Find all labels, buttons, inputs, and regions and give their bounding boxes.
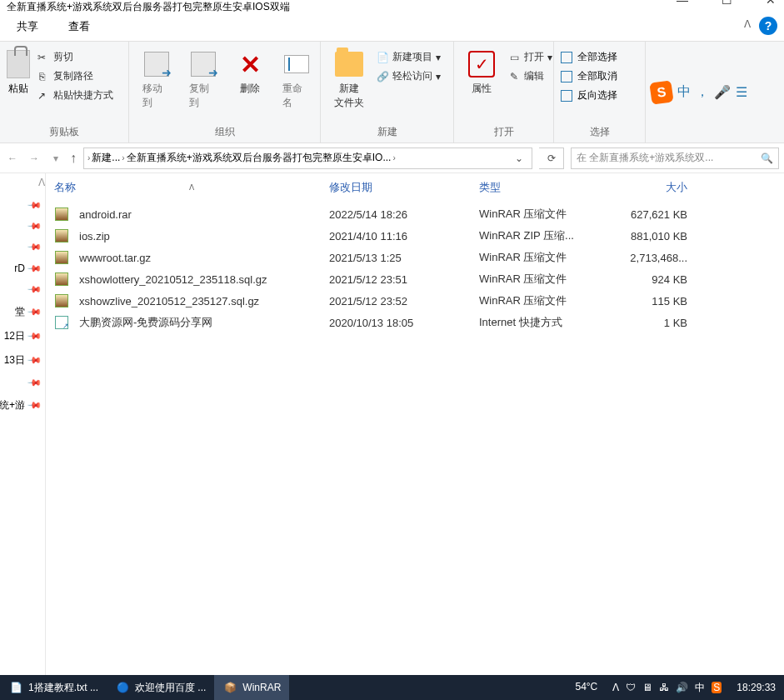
navigation-pane[interactable]: ᐱ 📌📌📌rD📌📌堂📌12日📌13日📌📌统+游📌 bbox=[0, 173, 46, 693]
move-to-button[interactable]: ➜ 移动到 bbox=[136, 45, 177, 115]
new-folder-button[interactable]: 新建 文件夹 bbox=[327, 45, 371, 115]
rar-icon bbox=[55, 229, 68, 242]
paste-button[interactable]: 粘贴 bbox=[7, 45, 30, 96]
folder-icon bbox=[335, 52, 363, 77]
nav-forward-button[interactable]: → bbox=[27, 151, 42, 166]
sidebar-item[interactable]: 统+游📌 bbox=[0, 395, 45, 416]
tray-display-icon[interactable]: 🖥 bbox=[642, 682, 652, 693]
chevron-right-icon[interactable]: › bbox=[87, 153, 90, 162]
file-rows: android.rar 2022/5/14 18:26 WinRAR 压缩文件 … bbox=[46, 202, 784, 335]
column-size[interactable]: 大小 bbox=[604, 180, 687, 195]
rar-icon bbox=[55, 272, 68, 286]
search-input[interactable]: 在 全新直播系统+游戏系统双... 🔍 bbox=[571, 148, 779, 169]
taskbar-item[interactable]: 📄 1搭建教程.txt ... bbox=[0, 675, 107, 700]
breadcrumb-item[interactable]: 全新直播系统+游戏系统双后台服务器打包完整原生安卓IO... bbox=[127, 151, 392, 165]
properties-button[interactable]: ✓ 属性 bbox=[461, 45, 502, 101]
edit-button[interactable]: ✎ 编辑 bbox=[507, 69, 552, 83]
easy-access-button[interactable]: 🔗 轻松访问 ▾ bbox=[376, 69, 441, 83]
file-size: 115 KB bbox=[604, 295, 687, 308]
system-tray: ᐱ 🛡 🖥 🖧 🔊 中 S bbox=[606, 681, 728, 695]
tray-shield-icon[interactable]: 🛡 bbox=[626, 682, 636, 693]
minimize-button[interactable]: — bbox=[677, 0, 688, 7]
sidebar-item[interactable]: 12日📌 bbox=[0, 326, 45, 347]
column-name[interactable]: 名称 ᐱ bbox=[54, 180, 329, 195]
table-row[interactable]: xshowzlive_20210512_235127.sql.gz 2021/5… bbox=[54, 290, 776, 312]
ime-lang[interactable]: 中 bbox=[677, 83, 691, 101]
tray-volume-icon[interactable]: 🔊 bbox=[676, 682, 688, 693]
table-row[interactable]: 大鹏资源网-免费源码分享网 2020/10/13 18:05 Internet … bbox=[54, 312, 776, 333]
sidebar-item[interactable]: 📌 bbox=[0, 374, 45, 392]
paste-shortcut-button[interactable]: ↗ 粘贴快捷方式 bbox=[35, 88, 113, 102]
breadcrumb-dropdown[interactable]: ⌄ bbox=[510, 152, 528, 164]
table-row[interactable]: android.rar 2022/5/14 18:26 WinRAR 压缩文件 … bbox=[54, 203, 776, 225]
copy-to-button[interactable]: ➜ 复制到 bbox=[182, 45, 224, 115]
sogou-icon[interactable]: S bbox=[649, 80, 673, 104]
new-item-button[interactable]: 📄 新建项目 ▾ bbox=[376, 50, 441, 64]
tab-share[interactable]: 共享 bbox=[2, 12, 53, 41]
tab-view[interactable]: 查看 bbox=[53, 12, 105, 41]
edit-icon: ✎ bbox=[507, 70, 521, 83]
chevron-right-icon[interactable]: › bbox=[122, 153, 124, 162]
select-all-button[interactable]: 全部选择 bbox=[561, 50, 617, 64]
pin-icon: 📌 bbox=[26, 352, 42, 368]
select-none-button[interactable]: 全部取消 bbox=[561, 69, 617, 83]
close-button[interactable]: ✕ bbox=[766, 0, 776, 7]
sidebar-item[interactable]: 📌 bbox=[0, 238, 45, 256]
file-list: 名称 ᐱ 修改日期 类型 大小 android.rar 2022/5/14 18… bbox=[46, 173, 784, 693]
invert-icon bbox=[561, 90, 572, 102]
rename-button[interactable]: 重命名 bbox=[276, 45, 317, 115]
collapse-ribbon-icon[interactable]: ᐱ bbox=[744, 18, 751, 30]
column-type[interactable]: 类型 bbox=[479, 180, 604, 195]
sidebar-item[interactable]: rD📌 bbox=[0, 259, 45, 278]
column-date[interactable]: 修改日期 bbox=[329, 180, 479, 195]
nav-up-button[interactable]: ↑ bbox=[70, 151, 77, 166]
address-bar: ← → ▾ ↑ › 新建... › 全新直播系统+游戏系统双后台服务器打包完整原… bbox=[0, 143, 784, 173]
sidebar-item[interactable]: 13日📌 bbox=[0, 350, 45, 371]
sidebar-item[interactable]: 📌 bbox=[0, 281, 45, 298]
tray-chevron-icon[interactable]: ᐱ bbox=[612, 682, 619, 693]
file-name: xshowlottery_20210512_235118.sql.gz bbox=[79, 273, 267, 286]
taskbar: 📄 1搭建教程.txt ... 🔵 欢迎使用百度 ... 📦 WinRAR 54… bbox=[0, 675, 784, 700]
table-row[interactable]: xshowlottery_20210512_235118.sql.gz 2021… bbox=[54, 268, 776, 290]
pin-icon: 📌 bbox=[26, 328, 42, 344]
pin-icon: 📌 bbox=[26, 198, 42, 213]
maximize-button[interactable]: ☐ bbox=[722, 0, 732, 7]
chevron-right-icon[interactable]: › bbox=[392, 153, 395, 162]
baidu-icon: 🔵 bbox=[115, 680, 130, 695]
ime-more-icon[interactable]: ☰ bbox=[736, 84, 747, 100]
table-row[interactable]: wwwroot.tar.gz 2021/5/13 1:25 WinRAR 压缩文… bbox=[54, 247, 776, 268]
pin-icon: 📌 bbox=[26, 218, 42, 234]
cut-button[interactable]: ✂ 剪切 bbox=[35, 50, 113, 64]
help-button[interactable]: ? bbox=[759, 17, 777, 35]
sidebar-item[interactable]: 📌 bbox=[0, 218, 45, 235]
refresh-button[interactable]: ⟳ bbox=[539, 148, 564, 169]
sidebar-item[interactable]: 堂📌 bbox=[0, 302, 45, 322]
mic-icon[interactable]: 🎤 bbox=[714, 84, 731, 100]
group-title-organize: 组织 bbox=[136, 123, 313, 141]
tray-sogou-icon[interactable]: S bbox=[712, 682, 722, 693]
open-button[interactable]: ▭ 打开 ▾ bbox=[507, 50, 552, 64]
taskbar-item[interactable]: 📦 WinRAR bbox=[214, 675, 289, 700]
select-all-icon bbox=[561, 52, 572, 63]
taskbar-clock[interactable]: 18:29:33 bbox=[728, 682, 784, 693]
nav-back-button[interactable]: ← bbox=[5, 151, 20, 166]
paste-label: 粘贴 bbox=[8, 82, 28, 96]
copy-path-button[interactable]: ⎘ 复制路径 bbox=[35, 69, 113, 83]
file-type: WinRAR 压缩文件 bbox=[479, 293, 604, 308]
sidebar-item[interactable]: 📌 bbox=[0, 197, 45, 214]
dropdown-icon: ▾ bbox=[436, 52, 441, 63]
search-icon[interactable]: 🔍 bbox=[761, 152, 773, 164]
taskbar-item[interactable]: 🔵 欢迎使用百度 ... bbox=[107, 675, 214, 700]
invert-selection-button[interactable]: 反向选择 bbox=[561, 88, 617, 102]
breadcrumb[interactable]: › 新建... › 全新直播系统+游戏系统双后台服务器打包完整原生安卓IO...… bbox=[83, 148, 532, 169]
breadcrumb-item[interactable]: 新建... bbox=[92, 151, 120, 165]
delete-button[interactable]: ✕ 删除 bbox=[229, 45, 271, 101]
pin-icon: 📌 bbox=[26, 398, 42, 413]
table-row[interactable]: ios.zip 2021/4/10 11:16 WinRAR ZIP 压缩...… bbox=[54, 225, 776, 247]
ime-punct[interactable]: ， bbox=[696, 83, 709, 101]
weather-widget[interactable]: 54°C bbox=[567, 682, 606, 692]
tray-ime-icon[interactable]: 中 bbox=[695, 681, 705, 695]
nav-recent-button[interactable]: ▾ bbox=[48, 151, 63, 166]
sidebar-scroll-up-icon[interactable]: ᐱ bbox=[38, 177, 45, 188]
tray-network-icon[interactable]: 🖧 bbox=[659, 682, 669, 693]
